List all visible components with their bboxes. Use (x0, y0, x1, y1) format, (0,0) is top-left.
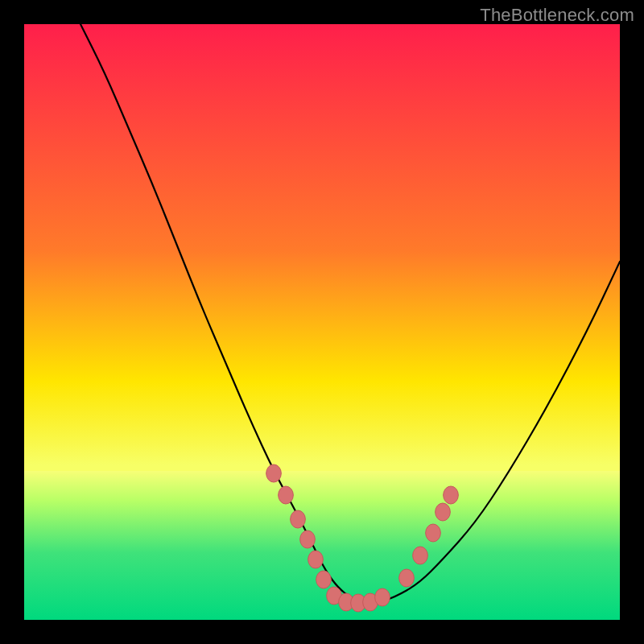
plot-area (24, 24, 620, 620)
marker-dot (375, 588, 390, 606)
marker-dot (300, 530, 316, 548)
marker-dot (426, 524, 441, 542)
outer-frame: TheBottleneck.com (0, 0, 644, 644)
marker-dot (308, 551, 324, 568)
marker-dot (279, 486, 294, 504)
marker-dot (436, 503, 451, 521)
marker-dot (444, 486, 459, 504)
marker-dot (399, 569, 415, 587)
watermark-text: TheBottleneck.com (480, 5, 634, 26)
marker-dot (316, 571, 332, 588)
marker-dot (266, 464, 282, 482)
marker-dot (291, 510, 306, 528)
marker-group (266, 464, 459, 612)
marker-dot (413, 547, 428, 564)
bottleneck-curve (80, 24, 620, 602)
chart-svg (24, 24, 620, 620)
